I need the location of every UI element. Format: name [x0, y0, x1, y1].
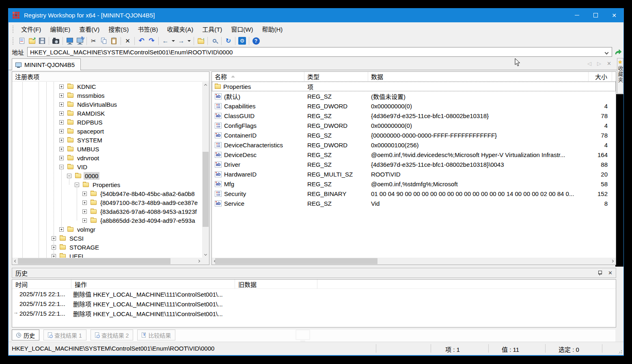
forward-dropdown-icon[interactable]: [188, 40, 191, 42]
expand-icon[interactable]: [59, 84, 64, 89]
back-dropdown-icon[interactable]: [172, 40, 175, 42]
tree-horizontal-scrollbar[interactable]: [12, 258, 202, 265]
menu-bookmarks[interactable]: 书签(B): [133, 23, 162, 35]
scroll-right-icon[interactable]: [609, 258, 616, 265]
expand-icon[interactable]: [82, 192, 87, 196]
expand-icon[interactable]: [52, 236, 56, 241]
menu-edit[interactable]: 编辑(E): [45, 23, 75, 35]
menu-grip[interactable]: [13, 26, 13, 33]
value-row[interactable]: 011110DeviceCharacteristics REG_DWORD 0x…: [212, 140, 616, 150]
cut-icon[interactable]: ✂: [88, 36, 99, 45]
scroll-down-icon[interactable]: [202, 251, 209, 258]
expand-icon[interactable]: [59, 147, 64, 151]
local-computer-icon[interactable]: [65, 36, 75, 45]
tree-node[interactable]: STORAGE: [12, 243, 202, 252]
value-row[interactable]: 011110Security REG_BINARY 01 00 04 90 00…: [212, 189, 616, 198]
menu-view[interactable]: 查看(V): [75, 23, 104, 35]
save-icon[interactable]: [37, 36, 47, 45]
collapse-icon[interactable]: [67, 174, 71, 178]
scrollbar-thumb[interactable]: [18, 258, 170, 264]
resize-grip[interactable]: [618, 350, 622, 354]
expand-icon[interactable]: [59, 102, 64, 107]
expand-icon[interactable]: [82, 200, 87, 205]
tree-node[interactable]: UEFI: [12, 252, 202, 258]
value-row[interactable]: abContainerID REG_SZ {00000000-0000-0000…: [212, 130, 616, 140]
minimize-button[interactable]: [567, 8, 586, 22]
collapse-icon[interactable]: [75, 183, 79, 187]
scroll-up-icon[interactable]: [202, 82, 209, 89]
tree-vertical-scrollbar[interactable]: [202, 82, 209, 258]
tab-scroll-left-icon[interactable]: ◁: [587, 60, 591, 67]
undo-icon[interactable]: ↶: [136, 36, 147, 45]
expand-icon[interactable]: [82, 218, 87, 223]
column-header-type[interactable]: 类型: [304, 72, 368, 81]
history-row[interactable]: 2025/7/15 22:1...删除项 HKEY_LOCAL_MACHINE\…: [12, 299, 616, 308]
value-row[interactable]: 011110Capabilities REG_DWORD 0x00000000(…: [212, 101, 616, 111]
list-horizontal-scrollbar[interactable]: [212, 258, 616, 265]
tab-search-results-1[interactable]: 查找结果 1: [43, 330, 86, 340]
tree-node[interactable]: KDNIC: [12, 82, 202, 91]
value-row[interactable]: abClassGUID REG_SZ {4d36e97d-e325-11ce-b…: [212, 111, 616, 121]
scrollbar-thumb[interactable]: [203, 152, 209, 227]
refresh-icon[interactable]: ↻: [223, 36, 233, 45]
history-row-current[interactable]: → 2025/7/15 22:1...删除项 HKEY_LOCAL_MACHIN…: [12, 308, 616, 318]
menu-help[interactable]: 帮助(H): [257, 23, 287, 35]
history-row[interactable]: 2025/7/15 22:1...删除值 HKEY_LOCAL_MACHINE\…: [12, 289, 616, 299]
expand-icon[interactable]: [59, 227, 64, 232]
scrollbar-thumb[interactable]: [215, 258, 377, 264]
address-dropdown-icon[interactable]: [605, 51, 609, 55]
tree-node[interactable]: volmgr: [12, 225, 202, 234]
menu-favorites[interactable]: 收藏夹(A): [162, 23, 198, 35]
paste-icon[interactable]: [109, 36, 119, 45]
favorites-side-tab[interactable]: ★ 收藏夹: [617, 58, 623, 94]
value-row[interactable]: Properties 项: [212, 82, 616, 91]
tree-node[interactable]: vdrvroot: [12, 153, 202, 162]
panel-close-icon[interactable]: ✕: [608, 270, 613, 276]
tree-node[interactable]: NdisVirtualBus: [12, 100, 202, 109]
tree-node[interactable]: RDPBUS: [12, 118, 202, 127]
snapshot-icon[interactable]: [51, 36, 61, 45]
tree-node[interactable]: {540b947e-8b40-45bc-a8a2-6a0b8: [12, 189, 202, 198]
value-row[interactable]: abHardwareID REG_MULTI_SZ ROOT\VID 20: [212, 169, 616, 179]
menu-window[interactable]: 窗口(W): [226, 23, 257, 35]
value-row[interactable]: 011110ConfigFlags REG_DWORD 0x00000000(0…: [212, 121, 616, 130]
column-header-data[interactable]: 数据: [368, 72, 589, 81]
forward-icon[interactable]: →: [176, 36, 186, 45]
value-row[interactable]: abDeviceDesc REG_SZ @oem0.inf,%vid.devic…: [212, 150, 616, 159]
tree-node[interactable]: SCSI: [12, 234, 202, 243]
value-row[interactable]: ab(默认) REG_SZ (数值未设置): [212, 91, 616, 101]
tree-node[interactable]: mssmbios: [12, 91, 202, 100]
column-header-size[interactable]: 大小: [589, 72, 612, 81]
value-row[interactable]: abMfg REG_SZ @oem0.inf,%stdmfg%;Microsof…: [212, 179, 616, 189]
toolbar-grip[interactable]: [13, 37, 13, 45]
parent-key-icon[interactable]: ↑: [196, 36, 206, 45]
tree-node[interactable]: {a8b865dd-2e3d-4094-ad97-e593a: [12, 216, 202, 225]
remote-computer-icon[interactable]: ↻: [75, 36, 85, 45]
expand-icon[interactable]: [59, 120, 64, 125]
tab-scroll-right-icon[interactable]: ▷: [597, 60, 601, 67]
menu-file[interactable]: 文件(F): [17, 23, 45, 35]
registry-tree[interactable]: KDNIC mssmbios NdisVirtualBus RAMDISK RD…: [12, 82, 202, 258]
pin-icon[interactable]: [598, 270, 602, 276]
scroll-right-icon[interactable]: [195, 258, 202, 265]
tab-search-results-2[interactable]: 查找结果 2: [91, 330, 134, 340]
expand-icon[interactable]: [52, 245, 56, 250]
tree-node[interactable]: RAMDISK: [12, 109, 202, 118]
close-button[interactable]: ✕: [605, 8, 623, 22]
tab-compare-results[interactable]: 比较结果: [137, 330, 175, 340]
tree-node[interactable]: SYSTEM: [12, 136, 202, 144]
go-button[interactable]: [614, 47, 623, 57]
expand-icon[interactable]: [59, 111, 64, 116]
menu-tools[interactable]: 工具(T): [198, 23, 226, 35]
value-row[interactable]: abDriver REG_SZ {4d36e97d-e325-11ce-bfc1…: [212, 159, 616, 169]
copy-icon[interactable]: [99, 36, 109, 45]
collapse-icon[interactable]: [59, 165, 64, 169]
tree-node[interactable]: VID: [12, 162, 202, 171]
tab-history[interactable]: 历史: [12, 330, 39, 340]
open-icon[interactable]: ↗: [27, 36, 37, 45]
tree-node-selected[interactable]: 0000: [12, 171, 202, 180]
tab-close-icon[interactable]: ✕: [607, 60, 611, 67]
menu-search[interactable]: 搜索(S): [104, 23, 133, 35]
column-header-time[interactable]: 时间: [12, 280, 71, 289]
column-header-operation[interactable]: 操作: [71, 280, 235, 289]
